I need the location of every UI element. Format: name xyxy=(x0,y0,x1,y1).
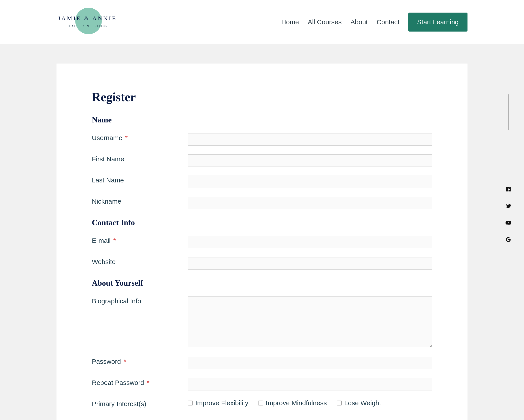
field-row-first-name: First Name xyxy=(92,154,432,167)
required-mark: * xyxy=(124,358,126,365)
social-links xyxy=(505,186,512,243)
field-row-last-name: Last Name xyxy=(92,176,432,188)
section-heading-contact: Contact Info xyxy=(92,218,432,227)
label-nickname: Nickname xyxy=(92,197,188,205)
label-bio: Biographical Info xyxy=(92,296,188,305)
input-last-name[interactable] xyxy=(188,176,432,188)
label-repeat-password: Repeat Password * xyxy=(92,378,188,386)
label-first-name: First Name xyxy=(92,154,188,163)
field-row-interests: Primary Interest(s) Improve Flexibility … xyxy=(92,399,432,408)
label-last-name: Last Name xyxy=(92,176,188,184)
youtube-icon[interactable] xyxy=(505,219,512,226)
nav-home[interactable]: Home xyxy=(281,18,299,26)
facebook-icon[interactable] xyxy=(505,186,512,193)
header: JAMIE & ANNIE HEALTH & NUTRITION Home Al… xyxy=(0,0,524,44)
required-mark: * xyxy=(113,237,116,244)
field-row-nickname: Nickname xyxy=(92,197,432,209)
section-heading-about: About Yourself xyxy=(92,278,432,288)
label-email: E-mail * xyxy=(92,236,188,244)
nav-about[interactable]: About xyxy=(350,18,368,26)
interest-option-flexibility[interactable]: Improve Flexibility xyxy=(188,399,248,407)
input-nickname[interactable] xyxy=(188,197,432,209)
input-website[interactable] xyxy=(188,257,432,270)
logo-subtitle: HEALTH & NUTRITION xyxy=(56,25,118,27)
nav-contact[interactable]: Contact xyxy=(376,18,399,26)
field-row-bio: Biographical Info xyxy=(92,296,432,348)
input-email[interactable] xyxy=(188,236,432,249)
required-mark: * xyxy=(147,379,149,386)
main: Register Name Username * First Name Last… xyxy=(0,44,524,420)
field-row-password: Password * xyxy=(92,357,432,369)
field-row-username: Username * xyxy=(92,133,432,146)
field-row-email: E-mail * xyxy=(92,236,432,249)
twitter-icon[interactable] xyxy=(505,203,512,210)
interest-option-mindfulness[interactable]: Improve Mindfulness xyxy=(258,399,327,407)
label-username: Username * xyxy=(92,133,188,142)
register-card: Register Name Username * First Name Last… xyxy=(56,64,468,420)
section-heading-name: Name xyxy=(92,115,432,124)
input-password[interactable] xyxy=(188,357,432,369)
field-row-repeat-password: Repeat Password * xyxy=(92,378,432,390)
checkbox-lose-weight[interactable] xyxy=(337,401,342,405)
logo-title: JAMIE & ANNIE xyxy=(56,15,118,22)
start-learning-button[interactable]: Start Learning xyxy=(408,13,468,32)
nav-all-courses[interactable]: All Courses xyxy=(308,18,341,26)
checkbox-flexibility[interactable] xyxy=(188,401,193,405)
page-title: Register xyxy=(92,90,432,104)
textarea-bio[interactable] xyxy=(188,296,432,347)
interest-option-lose-weight[interactable]: Lose Weight xyxy=(337,399,381,407)
input-username[interactable] xyxy=(188,133,432,146)
field-row-website: Website xyxy=(92,257,432,270)
checkbox-mindfulness[interactable] xyxy=(258,401,263,405)
google-icon[interactable] xyxy=(505,236,512,243)
label-password: Password * xyxy=(92,357,188,365)
input-repeat-password[interactable] xyxy=(188,378,432,390)
site-logo[interactable]: JAMIE & ANNIE HEALTH & NUTRITION xyxy=(56,8,118,36)
label-interests: Primary Interest(s) xyxy=(92,399,188,408)
label-website: Website xyxy=(92,257,188,266)
input-first-name[interactable] xyxy=(188,154,432,167)
required-mark: * xyxy=(125,134,128,141)
primary-nav: Home All Courses About Contact Start Lea… xyxy=(281,13,468,32)
